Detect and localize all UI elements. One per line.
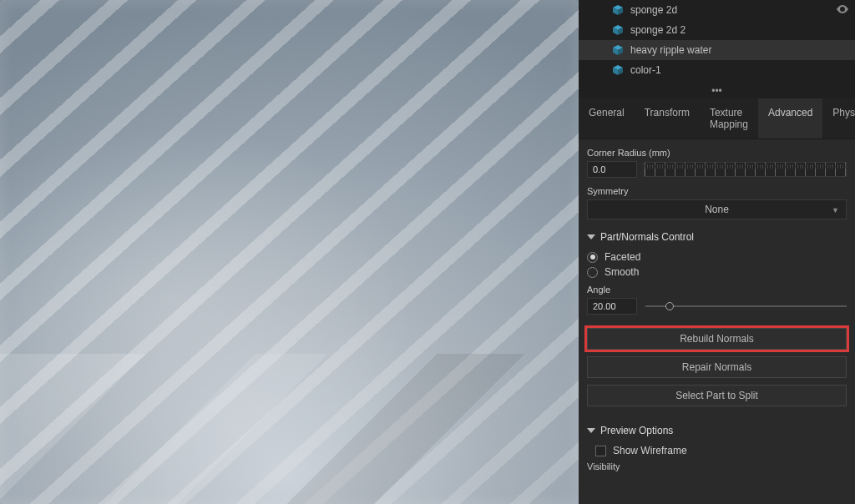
rebuild-normals-button[interactable]: Rebuild Normals [587,328,847,350]
tab-physics[interactable]: Physics [822,98,855,139]
slider-thumb[interactable] [665,302,674,310]
tab-transform[interactable]: Transform [635,98,700,139]
symmetry-value: None [705,204,729,215]
angle-input[interactable] [587,298,637,315]
repair-normals-button[interactable]: Repair Normals [587,356,847,378]
visibility-icon[interactable] [837,4,848,16]
radio-icon [587,267,598,278]
section-title: Part/Normals Control [600,231,694,243]
section-title: Preview Options [600,425,673,436]
mesh-icon [612,24,624,36]
tab-texture-mapping[interactable]: Texture Mapping [700,98,758,139]
mesh-icon [612,4,624,16]
tab-general[interactable]: General [579,98,635,139]
scene-item-label: color-1 [630,64,661,76]
show-wireframe-checkbox-row[interactable]: Show Wireframe [595,445,847,456]
corner-radius-label: Corner Radius (mm) [587,148,847,158]
symmetry-select[interactable]: None ▼ [587,199,847,219]
scene-item-sponge-2d-2[interactable]: sponge 2d 2 [579,20,855,40]
part-normals-section-header[interactable]: Part/Normals Control [587,231,847,243]
scene-tree: sponge 2d sponge 2d 2 heavy ripple water… [579,0,855,83]
panel-drag-handle[interactable]: ••• [579,83,855,98]
tab-advanced[interactable]: Advanced [758,98,822,139]
checkbox-icon [595,446,606,456]
scene-item-heavy-ripple-water[interactable]: heavy ripple water [579,40,855,60]
mesh-icon [612,64,624,76]
radio-faceted[interactable]: Faceted [587,251,847,263]
chevron-down-icon [587,234,595,239]
symmetry-label: Symmetry [587,186,847,196]
radio-icon [587,252,598,263]
properties-tabs: General Transform Texture Mapping Advanc… [579,98,855,139]
select-part-to-split-button[interactable]: Select Part to Split [587,385,847,406]
scene-item-label: heavy ripple water [630,44,711,56]
viewport-3d[interactable] [0,0,579,504]
angle-slider[interactable] [645,300,847,312]
preview-options-section-header[interactable]: Preview Options [587,425,847,436]
mesh-icon [612,44,624,56]
scene-item-label: sponge 2d 2 [630,24,686,36]
corner-radius-input[interactable] [587,161,637,178]
chevron-down-icon [587,428,595,433]
properties-sidebar: sponge 2d sponge 2d 2 heavy ripple water… [579,0,855,504]
slider-track [645,305,847,307]
radio-label: Smooth [605,266,639,278]
visibility-label: Visibility [587,461,847,471]
angle-label: Angle [587,285,847,295]
scene-item-label: sponge 2d [630,4,677,16]
checkbox-label: Show Wireframe [613,445,687,456]
scene-item-color-1[interactable]: color-1 [579,60,855,80]
chevron-down-icon: ▼ [832,206,839,214]
corner-radius-scrubber[interactable] [644,162,847,177]
radio-label: Faceted [605,251,640,263]
viewport-vignette [0,0,579,504]
scene-item-sponge-2d[interactable]: sponge 2d [579,0,855,20]
radio-smooth[interactable]: Smooth [587,266,847,278]
advanced-panel: Corner Radius (mm) Symmetry None ▼ Part/… [579,139,855,504]
